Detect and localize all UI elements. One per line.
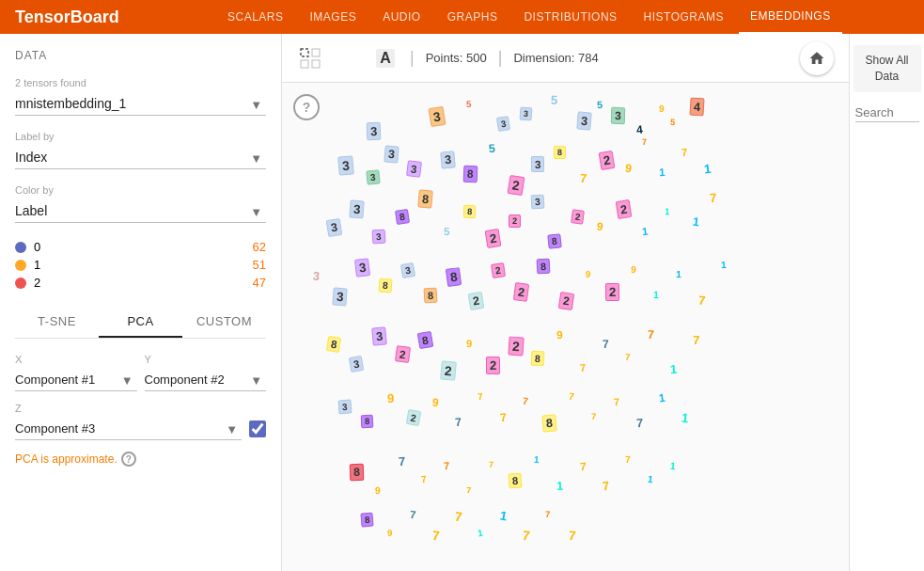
scatter-item: 7 — [564, 389, 577, 404]
scatter-item: 8 — [350, 464, 364, 481]
scatter-item: 3 — [406, 160, 421, 178]
scatter-item: 1 — [678, 409, 692, 426]
scatter-item: 7 — [395, 453, 408, 470]
pca-z-select-wrapper: Component #1 Component #2 Component #3 ▼ — [15, 418, 242, 440]
tensor-select[interactable]: mnistembedding_1 mnistembedding_2 — [15, 92, 266, 116]
scatter-item: 9 — [621, 160, 635, 177]
select-box-icon[interactable] — [297, 45, 323, 71]
search-input[interactable] — [855, 103, 919, 122]
scatter-item: 3 — [354, 258, 370, 278]
topnav: TensorBoard SCALARS IMAGES AUDIO GRAPHS … — [0, 0, 924, 34]
scatter-item: 2 — [513, 282, 529, 302]
scatter-item: 3 — [372, 326, 388, 345]
scatter-item: 8 — [548, 233, 562, 248]
nav-graphs[interactable]: GRAPHS — [436, 0, 509, 34]
pca-y-select[interactable]: Component #1 Component #2 Component #3 — [145, 369, 267, 391]
tensors-found-label: 2 tensors found — [15, 77, 266, 88]
scatter-item: 3 — [399, 262, 415, 278]
scatter-item: 7 — [639, 136, 650, 148]
nav-scalars[interactable]: SCALARS — [216, 0, 295, 34]
scatter-item: 3 — [350, 199, 366, 218]
app-brand: TensorBoard — [15, 8, 119, 27]
scatter-item: 8 — [361, 512, 375, 527]
pca-y-select-wrapper: Component #1 Component #2 Component #3 ▼ — [145, 369, 267, 391]
scatter-item: 2 — [508, 175, 525, 196]
pca-x-select-wrapper: Component #1 Component #2 Component #3 ▼ — [15, 369, 137, 391]
toolbar-dimension: Dimension: 784 — [513, 51, 598, 65]
scatter-item: 3 — [333, 287, 349, 306]
legend-count-1: 51 — [253, 258, 266, 272]
scatter-item: 2 — [615, 199, 632, 219]
nav-images[interactable]: IMAGES — [299, 0, 368, 34]
tab-tsne[interactable]: T-SNE — [15, 307, 99, 338]
main-layout: DATA 2 tensors found mnistembedding_1 mn… — [0, 34, 924, 571]
toolbar-divider-2: | — [498, 48, 503, 68]
scatter-item: 7 — [621, 351, 633, 364]
text-label-icon[interactable]: A — [372, 45, 399, 71]
scatter-item: 9 — [582, 268, 594, 281]
show-all-data-button[interactable]: Show All Data — [854, 45, 921, 92]
legend-dot-0 — [15, 242, 26, 253]
scatter-item: 5 — [666, 117, 678, 129]
scatter-item: 1 — [496, 506, 511, 524]
scatter-item: 7 — [610, 395, 622, 409]
scatter-item: 8 — [423, 288, 437, 304]
scatter-item: 3 — [367, 121, 382, 140]
scatter-item: 9 — [655, 102, 667, 115]
method-tabs: T-SNE PCA CUSTOM — [15, 307, 266, 339]
scatter-item: 8 — [395, 209, 410, 225]
scatter-item: 7 — [599, 478, 613, 496]
night-mode-icon[interactable] — [335, 45, 361, 71]
color-by-label: Color by — [15, 184, 266, 196]
scatter-item: 8 — [463, 205, 477, 218]
pca-xy-controls: X Component #1 Component #2 Component #3… — [15, 354, 266, 391]
scatter-item: 1 — [554, 478, 567, 494]
nav-audio[interactable]: AUDIO — [371, 0, 432, 34]
color-by-select[interactable]: Label Index — [15, 199, 266, 223]
legend-item-2: 2 47 — [15, 274, 266, 292]
scatter-item: 7 — [679, 146, 692, 160]
scatter-item: 7 — [417, 472, 431, 486]
nav-distributions[interactable]: DISTRIBUTIONS — [512, 0, 628, 34]
scatter-item: 3 — [440, 151, 456, 168]
nav-links: SCALARS IMAGES AUDIO GRAPHS DISTRIBUTION… — [149, 0, 909, 34]
scatter-item: 9 — [593, 219, 606, 235]
vis-help-icon[interactable]: ? — [293, 94, 320, 120]
scatter-item: 1 — [655, 389, 669, 406]
scatter-item: 9 — [384, 390, 397, 406]
svg-rect-3 — [312, 60, 320, 68]
nav-embeddings[interactable]: EMBEDDINGS — [739, 0, 842, 34]
legend-count-2: 47 — [253, 276, 266, 290]
scatter-item: 2 — [491, 262, 506, 278]
scatter-item: 1 — [644, 472, 657, 486]
legend-count-0: 62 — [253, 240, 266, 254]
sidebar: DATA 2 tensors found mnistembedding_1 mn… — [0, 34, 282, 571]
scatter-item: 3 — [372, 229, 385, 244]
tab-custom[interactable]: CUSTOM — [182, 307, 266, 338]
scatter-item: 7 — [451, 414, 464, 430]
toolbar: A | Points: 500 | Dimension: 784 — [282, 34, 849, 83]
scatter-plot[interactable]: 3353353534954333338523872971713338858223… — [282, 83, 849, 571]
home-button[interactable] — [800, 41, 834, 75]
scatter-item: 7 — [599, 337, 611, 352]
label-by-select[interactable]: Index Label — [15, 146, 266, 169]
scatter-item: 7 — [622, 453, 634, 466]
tab-pca[interactable]: PCA — [99, 307, 182, 338]
pca-z-checkbox[interactable] — [249, 420, 266, 437]
scatter-item: 3 — [531, 195, 545, 210]
scatter-item: 1 — [673, 268, 684, 280]
pca-z-select[interactable]: Component #1 Component #2 Component #3 — [15, 418, 242, 440]
scatter-item: 9 — [429, 394, 442, 410]
legend-dot-1 — [15, 260, 26, 271]
scatter-item: 7 — [496, 409, 510, 426]
nav-histograms[interactable]: HISTOGRAMS — [633, 0, 735, 34]
scatter-item: 2 — [405, 409, 420, 426]
scatter-item: 3 — [384, 146, 399, 164]
scatter-item: 1 — [700, 160, 714, 177]
scatter-item: 7 — [707, 190, 721, 207]
pca-x-select[interactable]: Component #1 Component #2 Component #3 — [15, 369, 137, 391]
pca-approx-help-icon[interactable]: ? — [121, 452, 136, 467]
scatter-item: 2 — [605, 283, 620, 301]
scatter-item: 5 — [485, 141, 498, 157]
scatter-item: 4 — [690, 97, 705, 116]
